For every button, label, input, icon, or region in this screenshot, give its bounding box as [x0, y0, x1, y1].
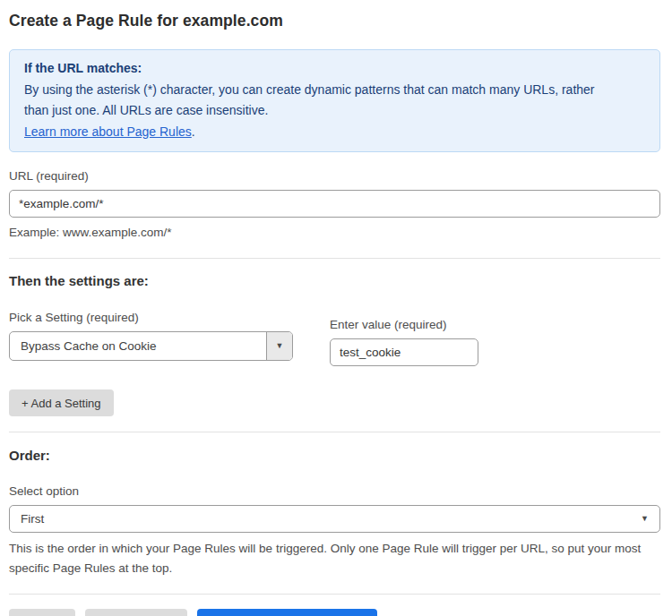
link-suffix: .: [192, 124, 195, 139]
order-select-value: First: [21, 512, 44, 526]
pick-setting-column: Pick a Setting (required) Bypass Cache o…: [9, 311, 293, 361]
learn-more-link[interactable]: Learn more about Page Rules: [24, 124, 192, 139]
url-example-helper: Example: www.example.com/*: [9, 223, 660, 243]
pick-setting-label: Pick a Setting (required): [9, 311, 293, 324]
select-option-label: Select option: [9, 484, 660, 498]
setting-value-input[interactable]: [330, 338, 478, 366]
url-field-label: URL (required): [9, 169, 660, 183]
setting-dropdown[interactable]: Bypass Cache on Cookie ▼: [9, 331, 293, 361]
chevron-down-icon: ▼: [276, 342, 284, 350]
divider-2: [9, 432, 660, 432]
cancel-button[interactable]: Cancel: [9, 609, 75, 616]
enter-value-column: Enter value (required): [330, 318, 478, 366]
create-page-rule-form: Create a Page Rule for example.com If th…: [0, 0, 672, 616]
url-input[interactable]: [9, 190, 660, 218]
info-box-heading: If the URL matches:: [24, 58, 645, 80]
save-draft-button[interactable]: Save as Draft: [85, 609, 187, 616]
order-select[interactable]: First ▼: [9, 505, 660, 533]
add-setting-button[interactable]: + Add a Setting: [9, 389, 114, 416]
url-match-info-box: If the URL matches: By using the asteris…: [9, 49, 660, 152]
chevron-down-icon: ▼: [641, 515, 649, 523]
settings-section-heading: Then the settings are:: [9, 273, 660, 288]
info-box-body: By using the asterisk (*) character, you…: [24, 80, 616, 122]
info-box-link-line: Learn more about Page Rules.: [24, 122, 645, 143]
order-helper-text: This is the order in which your Page Rul…: [9, 539, 654, 578]
divider-3: [9, 594, 660, 595]
divider-1: [9, 258, 660, 259]
order-section-heading: Order:: [9, 448, 660, 463]
enter-value-label: Enter value (required): [330, 318, 478, 331]
save-deploy-button[interactable]: Save and Deploy Page Rule: [197, 609, 378, 616]
form-actions: Cancel Save as Draft Save and Deploy Pag…: [9, 609, 660, 616]
setting-dropdown-arrow-button[interactable]: ▼: [266, 332, 292, 360]
setting-dropdown-value: Bypass Cache on Cookie: [10, 332, 266, 360]
page-title: Create a Page Rule for example.com: [9, 12, 660, 30]
